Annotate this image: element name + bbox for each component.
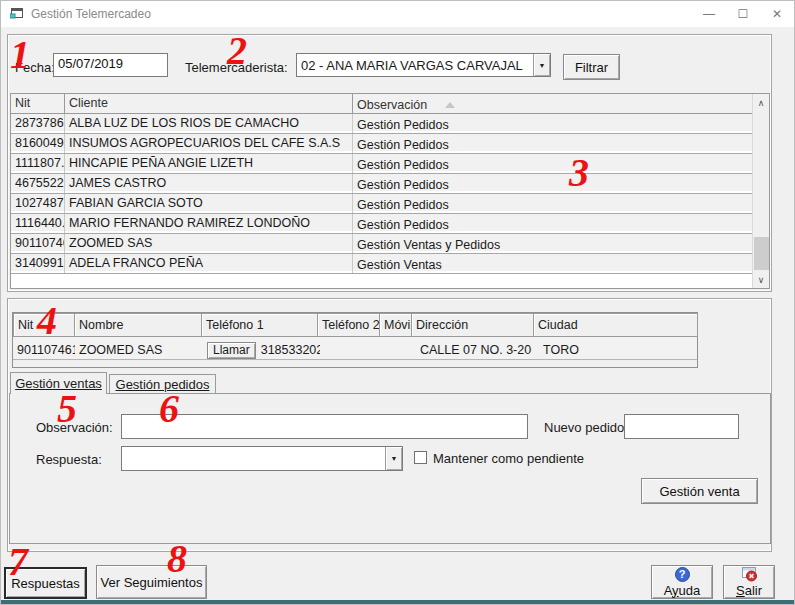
cell[interactable]: Gestión Pedidos [353, 134, 754, 153]
cell[interactable]: INSUMOS AGROPECUARIOS DEL CAFE S.A.S [65, 134, 353, 153]
table-row[interactable]: 4675522JAMES CASTROGestión Pedidos [11, 174, 754, 194]
table-row[interactable]: 816004921INSUMOS AGROPECUARIOS DEL CAFE … [11, 134, 754, 154]
column-header-cliente[interactable]: Cliente [65, 94, 353, 113]
observacion-label: Observación: [36, 420, 113, 435]
detail-header-ciudad: Ciudad [533, 313, 698, 337]
ver-seguimientos-button[interactable]: Ver Seguimientos [96, 565, 207, 599]
detail-cell-nit: 901107461 [13, 337, 75, 360]
telemercaderista-selected-value: 02 - ANA MARIA VARGAS CARVAJAL [297, 58, 533, 73]
detail-cell-telefono1: Llamar 3185332025 [203, 337, 320, 360]
detail-table-footer-strip [13, 360, 697, 367]
scroll-up-icon[interactable]: ∧ [753, 94, 769, 111]
cell[interactable]: HINCAPIE PEÑA ANGIE LIZETH [65, 154, 353, 173]
vertical-scrollbar[interactable]: ∧ ∨ [752, 94, 769, 288]
detail-cell-direccion: CALLE 07 NO. 3-20 [416, 337, 539, 360]
column-header-nit[interactable]: Nit [11, 94, 65, 113]
detail-header-telefono1: Teléfono 1 [201, 313, 318, 337]
scrollbar-thumb[interactable] [754, 237, 769, 270]
cell[interactable]: FABIAN GARCIA SOTO [65, 194, 353, 213]
chevron-down-icon[interactable]: ▼ [533, 54, 550, 76]
cell[interactable]: ZOOMED SAS [65, 234, 353, 253]
minimize-button[interactable]: — [692, 1, 726, 27]
cell[interactable]: 10274877 [11, 194, 65, 213]
cell[interactable]: ALBA LUZ DE LOS RIOS DE CAMACHO [65, 114, 353, 133]
help-icon: ? [675, 567, 690, 582]
selected-client-table: Nit Nombre Teléfono 1 Teléfono 2 Móvil D… [12, 312, 698, 368]
cell[interactable]: Gestión Pedidos [353, 154, 754, 173]
cell[interactable]: 816004921 [11, 134, 65, 153]
detail-header-direccion: Dirección [411, 313, 534, 337]
observacion-input[interactable] [121, 414, 528, 439]
title-bar: Gestión Telemercadeo — ☐ ✕ [1, 1, 794, 27]
sort-ascending-icon [445, 102, 455, 108]
respuestas-button[interactable]: Respuestas [4, 567, 87, 599]
respuesta-label: Respuesta: [36, 452, 102, 467]
gestion-venta-button[interactable]: Gestión venta [641, 478, 758, 504]
detail-header-nit: Nit [13, 313, 75, 337]
fecha-input[interactable]: 05/07/2019 [53, 53, 168, 77]
cell[interactable]: MARIO FERNANDO RAMIREZ LONDOÑO [65, 214, 353, 233]
cell[interactable]: JAMES CASTRO [65, 174, 353, 193]
chevron-down-icon[interactable]: ▼ [385, 447, 402, 470]
filtrar-button[interactable]: Filtrar [563, 54, 620, 80]
maximize-button[interactable]: ☐ [726, 1, 760, 27]
selected-client-header: Nit Nombre Teléfono 1 Teléfono 2 Móvil D… [13, 313, 697, 337]
nuevo-pedido-input[interactable] [624, 414, 739, 439]
table-row[interactable]: 10274877FABIAN GARCIA SOTOGestión Pedido… [11, 194, 754, 214]
ayuda-button[interactable]: ? Ayuda [651, 565, 713, 599]
detail-cell-ciudad: TORO [539, 337, 697, 360]
cell[interactable]: ADELA FRANCO PEÑA [65, 254, 353, 273]
table-row[interactable]: 31409913ADELA FRANCO PEÑAGestión Ventas [11, 254, 754, 274]
respuesta-select[interactable]: ▼ [121, 446, 403, 471]
form-icon [10, 7, 24, 22]
telemercaderista-select[interactable]: 02 - ANA MARIA VARGAS CARVAJAL ▼ [296, 53, 551, 77]
telemercaderista-label: Telemercaderista: [185, 60, 288, 75]
table-row[interactable]: 901107461ZOOMED SASGestión Ventas y Pedi… [11, 234, 754, 254]
cell[interactable]: Gestión Ventas [353, 254, 754, 273]
mantener-label: Mantener como pendiente [433, 451, 584, 466]
cell[interactable]: 1116440... [11, 214, 65, 233]
llamar-button[interactable]: Llamar [207, 342, 256, 359]
table-row[interactable]: 1116440...MARIO FERNANDO RAMIREZ LONDOÑO… [11, 214, 754, 234]
cell[interactable]: Gestión Pedidos [353, 174, 754, 193]
detail-cell-telefono2 [320, 337, 383, 360]
cell[interactable]: Gestión Pedidos [353, 214, 754, 233]
tab-gestion-pedidos[interactable]: Gestión pedidos [109, 374, 216, 394]
clients-table: Nit Cliente Observación 28737866ALBA LUZ… [10, 93, 770, 289]
tab-gestion-ventas[interactable]: Gestión ventas [10, 372, 107, 394]
detail-cell-nombre: ZOOMED SAS [75, 337, 203, 360]
salir-button[interactable]: Salir [723, 565, 775, 599]
detail-cell-movil [383, 337, 416, 360]
cell[interactable]: 28737866 [11, 114, 65, 133]
clients-table-header: Nit Cliente Observación [11, 94, 754, 114]
nuevo-pedido-label: Nuevo pedido [544, 420, 624, 435]
bottom-edge-strip [1, 600, 794, 604]
window-title: Gestión Telemercadeo [31, 7, 151, 21]
cell[interactable]: 31409913 [11, 254, 65, 273]
telefono1-value: 3185332025 [261, 343, 320, 357]
table-row[interactable]: 1111807...HINCAPIE PEÑA ANGIE LIZETHGest… [11, 154, 754, 174]
selected-client-row: 901107461 ZOOMED SAS Llamar 3185332025 C… [13, 337, 697, 360]
cell[interactable]: Gestión Ventas y Pedidos [353, 234, 754, 253]
app-window: Gestión Telemercadeo — ☐ ✕ Fecha: 05/07/… [0, 0, 795, 605]
close-button[interactable]: ✕ [760, 1, 794, 27]
clients-table-body: 28737866ALBA LUZ DE LOS RIOS DE CAMACHOG… [11, 114, 754, 274]
detail-header-nombre: Nombre [74, 313, 202, 337]
detail-header-movil: Móvil [379, 313, 412, 337]
cell[interactable]: 4675522 [11, 174, 65, 193]
mantener-checkbox[interactable] [414, 451, 427, 464]
fecha-label: Fecha: [15, 60, 55, 75]
cell[interactable]: Gestión Pedidos [353, 114, 754, 133]
table-row[interactable]: 28737866ALBA LUZ DE LOS RIOS DE CAMACHOG… [11, 114, 754, 134]
scroll-down-icon[interactable]: ∨ [753, 271, 769, 288]
column-header-observacion[interactable]: Observación [353, 94, 754, 113]
detail-header-telefono2: Teléfono 2 [317, 313, 380, 337]
cell[interactable]: 901107461 [11, 234, 65, 253]
cell[interactable]: Gestión Pedidos [353, 194, 754, 213]
cell[interactable]: 1111807... [11, 154, 65, 173]
